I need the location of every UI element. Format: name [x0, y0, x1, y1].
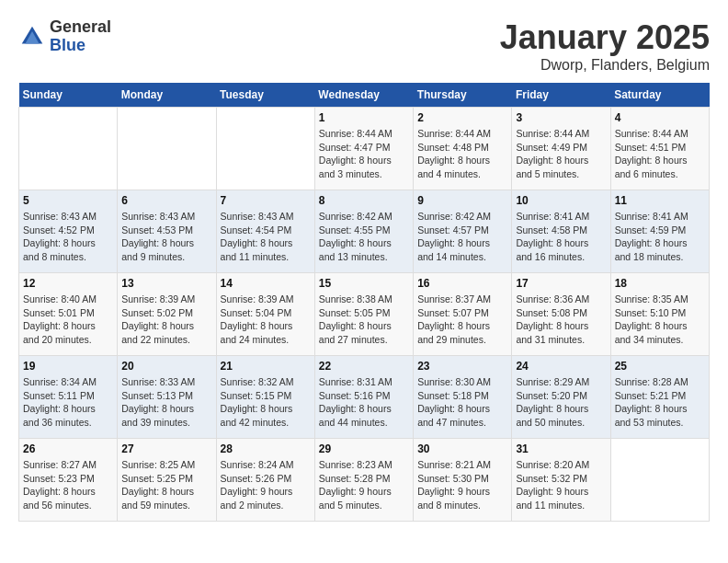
calendar: SundayMondayTuesdayWednesdayThursdayFrid…: [18, 83, 710, 522]
day-number: 14: [221, 277, 311, 290]
calendar-cell: 6Sunrise: 8:43 AMSunset: 4:53 PMDaylight…: [118, 190, 216, 273]
day-info: Sunrise: 8:44 AMSunset: 4:49 PMDaylight:…: [516, 127, 606, 181]
day-info: Sunrise: 8:39 AMSunset: 5:04 PMDaylight:…: [221, 293, 311, 347]
calendar-cell: 19Sunrise: 8:34 AMSunset: 5:11 PMDayligh…: [19, 356, 118, 439]
day-info: Sunrise: 8:25 AMSunset: 5:25 PMDaylight:…: [121, 458, 211, 512]
day-info: Sunrise: 8:32 AMSunset: 5:15 PMDaylight:…: [221, 375, 311, 430]
day-info: Sunrise: 8:36 AMSunset: 5:08 PMDaylight:…: [516, 293, 606, 347]
day-info: Sunrise: 8:35 AMSunset: 5:10 PMDaylight:…: [615, 293, 705, 347]
day-number: 6: [121, 194, 211, 207]
day-number: 5: [23, 194, 113, 207]
calendar-cell: 15Sunrise: 8:38 AMSunset: 5:05 PMDayligh…: [314, 273, 413, 356]
day-number: 24: [516, 360, 606, 373]
day-number: 16: [417, 277, 507, 290]
day-number: 3: [516, 111, 606, 124]
subtitle: Dworp, Flanders, Belgium: [500, 57, 710, 74]
day-number: 13: [121, 277, 211, 290]
calendar-cell: [19, 108, 118, 190]
day-number: 11: [615, 194, 705, 207]
day-number: 8: [319, 194, 409, 207]
calendar-cell: 20Sunrise: 8:33 AMSunset: 5:13 PMDayligh…: [118, 356, 216, 439]
calendar-cell: 5Sunrise: 8:43 AMSunset: 4:52 PMDaylight…: [19, 190, 118, 273]
calendar-cell: [216, 108, 314, 190]
day-number: 27: [121, 442, 211, 455]
day-info: Sunrise: 8:42 AMSunset: 4:57 PMDaylight:…: [417, 210, 507, 264]
calendar-cell: 8Sunrise: 8:42 AMSunset: 4:55 PMDaylight…: [314, 190, 413, 273]
day-info: Sunrise: 8:43 AMSunset: 4:53 PMDaylight:…: [121, 210, 211, 264]
day-number: 31: [516, 442, 606, 455]
day-info: Sunrise: 8:27 AMSunset: 5:23 PMDaylight:…: [23, 458, 113, 512]
calendar-cell: 2Sunrise: 8:44 AMSunset: 4:48 PMDaylight…: [414, 108, 512, 190]
day-number: 20: [121, 360, 211, 373]
day-info: Sunrise: 8:41 AMSunset: 4:59 PMDaylight:…: [615, 210, 705, 264]
header-day-sunday: Sunday: [19, 83, 118, 108]
day-number: 18: [615, 277, 705, 290]
calendar-cell: 28Sunrise: 8:24 AMSunset: 5:26 PMDayligh…: [216, 439, 314, 522]
header-day-saturday: Saturday: [610, 83, 709, 108]
calendar-cell: 27Sunrise: 8:25 AMSunset: 5:25 PMDayligh…: [118, 439, 216, 522]
calendar-cell: 10Sunrise: 8:41 AMSunset: 4:58 PMDayligh…: [512, 190, 610, 273]
day-number: 29: [319, 442, 409, 455]
calendar-cell: 17Sunrise: 8:36 AMSunset: 5:08 PMDayligh…: [512, 273, 610, 356]
header-day-friday: Friday: [512, 83, 610, 108]
day-info: Sunrise: 8:28 AMSunset: 5:21 PMDaylight:…: [615, 375, 705, 430]
calendar-cell: 3Sunrise: 8:44 AMSunset: 4:49 PMDaylight…: [512, 108, 610, 190]
calendar-cell: 22Sunrise: 8:31 AMSunset: 5:16 PMDayligh…: [314, 356, 413, 439]
calendar-week-row: 12Sunrise: 8:40 AMSunset: 5:01 PMDayligh…: [19, 273, 710, 356]
calendar-cell: 29Sunrise: 8:23 AMSunset: 5:28 PMDayligh…: [314, 439, 413, 522]
calendar-cell: 4Sunrise: 8:44 AMSunset: 4:51 PMDaylight…: [610, 108, 709, 190]
day-info: Sunrise: 8:44 AMSunset: 4:47 PMDaylight:…: [319, 127, 409, 181]
day-number: 17: [516, 277, 606, 290]
page-header: General Blue January 2025 Dworp, Flander…: [18, 18, 710, 74]
header-day-monday: Monday: [118, 83, 216, 108]
calendar-cell: 31Sunrise: 8:20 AMSunset: 5:32 PMDayligh…: [512, 439, 610, 522]
header-day-wednesday: Wednesday: [314, 83, 413, 108]
calendar-cell: 30Sunrise: 8:21 AMSunset: 5:30 PMDayligh…: [414, 439, 512, 522]
day-info: Sunrise: 8:33 AMSunset: 5:13 PMDaylight:…: [121, 375, 211, 430]
day-number: 26: [23, 442, 113, 455]
day-info: Sunrise: 8:43 AMSunset: 4:54 PMDaylight:…: [221, 210, 311, 264]
day-number: 23: [417, 360, 507, 373]
calendar-cell: 18Sunrise: 8:35 AMSunset: 5:10 PMDayligh…: [610, 273, 709, 356]
calendar-cell: 16Sunrise: 8:37 AMSunset: 5:07 PMDayligh…: [414, 273, 512, 356]
title-section: January 2025 Dworp, Flanders, Belgium: [500, 18, 710, 74]
day-info: Sunrise: 8:43 AMSunset: 4:52 PMDaylight:…: [23, 210, 113, 264]
calendar-cell: 1Sunrise: 8:44 AMSunset: 4:47 PMDaylight…: [314, 108, 413, 190]
calendar-cell: 11Sunrise: 8:41 AMSunset: 4:59 PMDayligh…: [610, 190, 709, 273]
calendar-cell: 13Sunrise: 8:39 AMSunset: 5:02 PMDayligh…: [118, 273, 216, 356]
day-info: Sunrise: 8:42 AMSunset: 4:55 PMDaylight:…: [319, 210, 409, 264]
day-info: Sunrise: 8:44 AMSunset: 4:51 PMDaylight:…: [615, 127, 705, 181]
day-info: Sunrise: 8:40 AMSunset: 5:01 PMDaylight:…: [23, 293, 113, 347]
calendar-cell: 25Sunrise: 8:28 AMSunset: 5:21 PMDayligh…: [610, 356, 709, 439]
day-info: Sunrise: 8:20 AMSunset: 5:32 PMDaylight:…: [516, 458, 606, 512]
day-number: 19: [23, 360, 113, 373]
day-info: Sunrise: 8:24 AMSunset: 5:26 PMDaylight:…: [221, 458, 311, 512]
day-number: 30: [417, 442, 507, 455]
logo: General Blue: [18, 18, 111, 55]
calendar-cell: 14Sunrise: 8:39 AMSunset: 5:04 PMDayligh…: [216, 273, 314, 356]
day-info: Sunrise: 8:38 AMSunset: 5:05 PMDaylight:…: [319, 293, 409, 347]
logo-general: General: [50, 18, 111, 37]
calendar-week-row: 5Sunrise: 8:43 AMSunset: 4:52 PMDaylight…: [19, 190, 710, 273]
logo-icon: [18, 23, 46, 51]
calendar-week-row: 1Sunrise: 8:44 AMSunset: 4:47 PMDaylight…: [19, 108, 710, 190]
header-day-thursday: Thursday: [414, 83, 512, 108]
day-info: Sunrise: 8:30 AMSunset: 5:18 PMDaylight:…: [417, 375, 507, 430]
main-title: January 2025: [500, 18, 710, 57]
day-info: Sunrise: 8:29 AMSunset: 5:20 PMDaylight:…: [516, 375, 606, 430]
calendar-cell: 23Sunrise: 8:30 AMSunset: 5:18 PMDayligh…: [414, 356, 512, 439]
day-number: 28: [221, 442, 311, 455]
calendar-week-row: 19Sunrise: 8:34 AMSunset: 5:11 PMDayligh…: [19, 356, 710, 439]
day-number: 22: [319, 360, 409, 373]
day-info: Sunrise: 8:39 AMSunset: 5:02 PMDaylight:…: [121, 293, 211, 347]
calendar-week-row: 26Sunrise: 8:27 AMSunset: 5:23 PMDayligh…: [19, 439, 710, 522]
day-info: Sunrise: 8:41 AMSunset: 4:58 PMDaylight:…: [516, 210, 606, 264]
calendar-cell: 21Sunrise: 8:32 AMSunset: 5:15 PMDayligh…: [216, 356, 314, 439]
calendar-header-row: SundayMondayTuesdayWednesdayThursdayFrid…: [19, 83, 710, 108]
day-number: 9: [417, 194, 507, 207]
calendar-cell: 12Sunrise: 8:40 AMSunset: 5:01 PMDayligh…: [19, 273, 118, 356]
day-number: 15: [319, 277, 409, 290]
logo-text: General Blue: [50, 18, 111, 55]
day-number: 1: [319, 111, 409, 124]
day-number: 21: [221, 360, 311, 373]
